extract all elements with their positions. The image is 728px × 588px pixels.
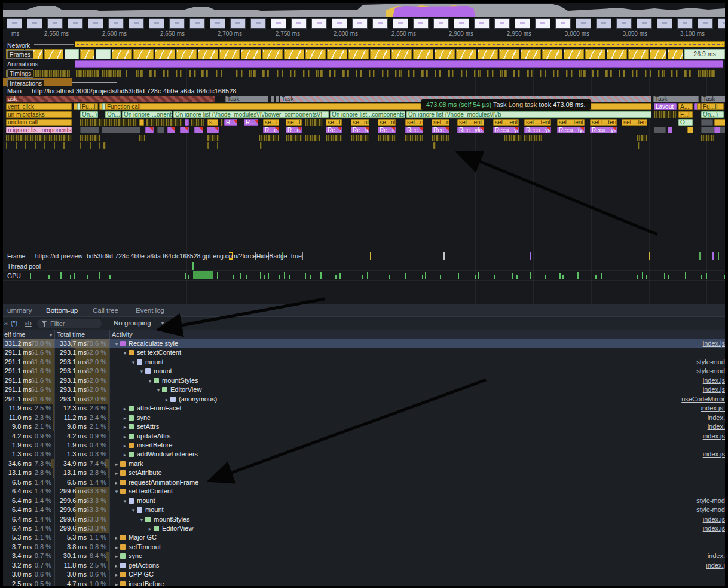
table-row[interactable]: 6.4 ms1.4 %299.6 ms63.3 %▾mountstyle-mod <box>3 496 725 505</box>
expand-icon[interactable]: ▸ <box>146 525 154 533</box>
flame-block[interactable]: set ...ent <box>493 119 519 126</box>
screenshot-thumb[interactable] <box>616 18 632 29</box>
screenshot-thumb[interactable] <box>576 18 591 29</box>
flame-block[interactable] <box>637 135 647 141</box>
collapse-icon[interactable]: ▾ <box>130 358 137 367</box>
time-ruler[interactable]: ms 2,550 ms2,600 ms2,650 ms2,700 ms2,750… <box>3 29 725 39</box>
source-link[interactable]: index. <box>708 552 725 560</box>
frame-duration-badge[interactable]: 26.9 ms <box>684 49 725 59</box>
collapse-icon[interactable]: ▾ <box>146 377 154 385</box>
flame-block[interactable]: set ...ent <box>457 119 484 126</box>
flame-block[interactable]: On...) <box>105 111 121 118</box>
frame-segment[interactable] <box>521 49 541 59</box>
screenshot-thumb[interactable] <box>677 18 693 29</box>
screenshot-thumb[interactable] <box>250 18 266 29</box>
flame-block[interactable]: F...l <box>678 111 693 118</box>
flame-block[interactable] <box>207 142 219 149</box>
table-row[interactable]: 291.1 ms61.6 %293.1 ms62.0 %▾mountstyle-… <box>3 358 725 367</box>
flame-block[interactable]: Rec...yle <box>457 127 484 133</box>
flame-block[interactable] <box>701 119 713 126</box>
flame-block[interactable] <box>102 127 140 133</box>
collapse-icon[interactable]: ▾ <box>138 367 145 376</box>
expand-icon[interactable]: ▸ <box>121 423 129 431</box>
screenshot-thumb[interactable] <box>718 18 725 29</box>
cpu-overview-strip[interactable] <box>3 3 725 17</box>
expand-icon[interactable]: ▸ <box>113 562 120 570</box>
flame-block[interactable]: On ignore ...onents\/) <box>122 111 172 118</box>
source-link[interactable]: style-mod <box>696 367 725 376</box>
flame-block[interactable]: Fu...ll <box>701 103 724 110</box>
flame-block[interactable] <box>286 135 302 141</box>
flame-block[interactable] <box>654 127 666 133</box>
flame-block[interactable] <box>80 135 100 141</box>
tab-event-log[interactable]: Event log <box>136 304 164 316</box>
flame-block[interactable]: set...nt <box>405 119 423 126</box>
flame-block[interactable] <box>276 96 279 102</box>
source-link[interactable]: useCodeMirror <box>681 395 725 404</box>
flame-block[interactable]: O... <box>678 119 693 126</box>
frame-segment[interactable] <box>262 49 283 59</box>
source-link[interactable]: index.js <box>703 524 725 533</box>
frame-segment[interactable] <box>327 49 347 59</box>
expand-icon[interactable]: ▸ <box>113 580 120 586</box>
table-row[interactable]: 291.1 ms61.6 %293.1 ms62.0 %▾set textCon… <box>3 348 725 357</box>
table-row[interactable]: 2.5 ms0.5 %4.7 ms1.0 %▸insertBefore <box>3 580 725 586</box>
source-link[interactable]: index.js: <box>701 404 725 413</box>
table-row[interactable]: 3.0 ms0.6 %3.0 ms0.6 %▸CPP GC <box>3 570 725 579</box>
screenshot-thumb[interactable] <box>535 18 550 29</box>
screenshot-thumb[interactable] <box>474 18 490 29</box>
flame-block[interactable]: Task <box>225 96 268 102</box>
track-label-network[interactable]: Network <box>7 42 30 49</box>
frame-segment[interactable] <box>607 49 627 59</box>
flame-block[interactable]: R...e <box>286 127 302 133</box>
flame-block[interactable]: Rec...le <box>432 127 449 133</box>
filter-input[interactable]: Filter <box>37 319 102 328</box>
expand-icon[interactable]: ▸ <box>113 571 120 579</box>
frame-segment[interactable] <box>542 49 562 59</box>
flame-block[interactable]: Reca...yle <box>493 127 519 133</box>
timings-track[interactable] <box>3 69 725 77</box>
screenshot-thumb[interactable] <box>47 18 63 29</box>
screenshot-thumb[interactable] <box>413 18 429 29</box>
flame-block[interactable] <box>139 119 144 126</box>
collapse-icon[interactable]: ▾ <box>138 516 145 524</box>
flame-block[interactable] <box>185 119 189 126</box>
source-link[interactable]: style-mod <box>696 496 725 505</box>
screenshot-thumb[interactable] <box>108 18 124 29</box>
screenshot-thumb[interactable] <box>291 18 307 29</box>
frame-segment[interactable] <box>241 49 261 59</box>
flame-block[interactable]: set ...tent <box>622 119 647 126</box>
table-row[interactable]: 1.9 ms0.4 %1.9 ms0.4 %▸insertBefore <box>3 441 725 450</box>
grouping-select[interactable]: No grouping <box>114 319 151 327</box>
screenshot-thumb[interactable] <box>129 18 144 29</box>
flame-block[interactable]: Reca...yle <box>590 127 617 133</box>
flame-block[interactable] <box>207 127 219 133</box>
col-self-time[interactable]: elf time <box>4 331 25 338</box>
screenshot-thumb[interactable] <box>271 18 286 29</box>
table-row[interactable]: 3.7 ms0.8 %3.8 ms0.8 %▸setTimeout <box>3 543 725 552</box>
frame-segment[interactable] <box>370 49 390 59</box>
table-row[interactable]: 5.3 ms1.1 %5.3 ms1.1 %▸Major GC <box>3 533 725 542</box>
source-link[interactable]: index.js <box>703 385 725 394</box>
flame-block[interactable] <box>260 142 262 149</box>
track-label-frames[interactable]: Frames <box>7 50 33 59</box>
frames-track[interactable]: 26.9 ms <box>3 49 725 59</box>
screenshot-thumb[interactable] <box>555 18 571 29</box>
flame-block[interactable]: se...t <box>286 119 302 126</box>
regex-icon[interactable]: (*) <box>11 319 17 327</box>
table-row[interactable]: 3.2 ms0.7 %11.8 ms2.5 %▸getActionsindex.… <box>3 561 725 570</box>
frame-segment[interactable] <box>44 49 63 59</box>
col-total-time[interactable]: Total time <box>57 331 85 338</box>
table-row[interactable]: 9.8 ms2.1 %9.8 ms2.1 %▸setAttrsindex. <box>3 422 725 431</box>
flame-block[interactable]: se...nt <box>351 119 369 126</box>
flame-block[interactable] <box>305 119 323 126</box>
flame-block[interactable]: Re...e <box>326 127 342 133</box>
expand-icon[interactable]: ▸ <box>121 404 129 413</box>
frame-segment[interactable] <box>155 49 175 59</box>
track-label-animations[interactable]: Animations <box>7 60 38 68</box>
table-row[interactable]: 291.1 ms61.6 %293.1 ms62.0 %▾EditorViewi… <box>3 385 725 394</box>
frame-segment[interactable] <box>176 49 197 59</box>
collapse-icon[interactable]: ▾ <box>113 340 120 348</box>
screenshot-thumb[interactable] <box>7 18 22 29</box>
screenshot-thumb[interactable] <box>372 18 388 29</box>
